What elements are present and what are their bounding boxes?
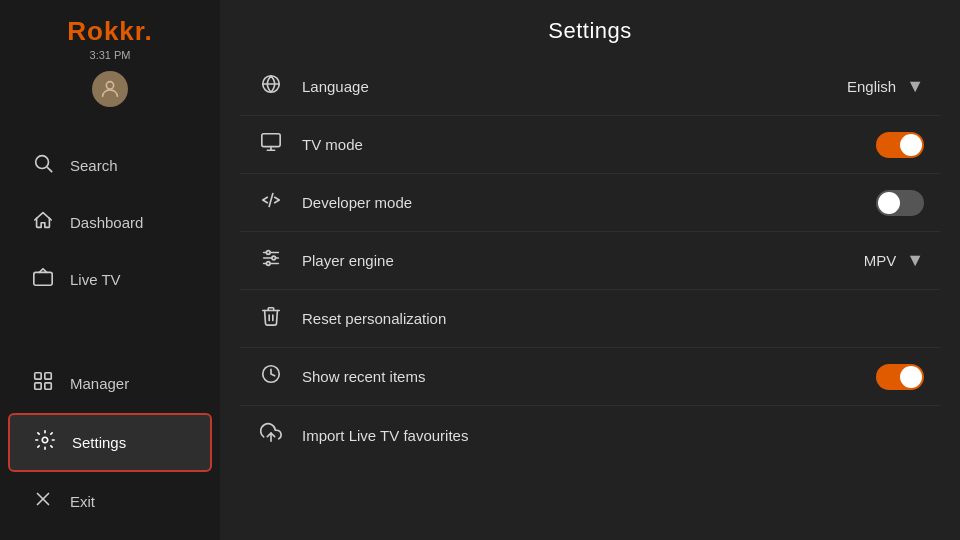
- home-icon: [32, 209, 54, 236]
- tvmode-toggle-knob: [900, 134, 922, 156]
- tvmode-label: TV mode: [302, 136, 876, 153]
- sidebar-logo: Rokkr.: [67, 16, 153, 47]
- svg-point-17: [266, 251, 270, 255]
- code-icon: [256, 189, 286, 216]
- sidebar-item-livetv[interactable]: Live TV: [8, 252, 212, 307]
- importlivetv-label: Import Live TV favourites: [302, 427, 924, 444]
- developermode-label: Developer mode: [302, 194, 876, 211]
- search-icon: [32, 152, 54, 179]
- tv-icon: [32, 266, 54, 293]
- sidebar-label-livetv: Live TV: [70, 271, 121, 288]
- svg-point-1: [36, 156, 49, 169]
- logo-dot: .: [145, 16, 153, 46]
- svg-rect-12: [262, 134, 280, 147]
- sidebar-label-settings: Settings: [72, 434, 126, 451]
- sidebar-item-search[interactable]: Search: [8, 138, 212, 193]
- sidebar-item-settings[interactable]: Settings: [8, 413, 212, 472]
- playerengine-label: Player engine: [302, 252, 864, 269]
- page-title: Settings: [220, 0, 960, 58]
- svg-point-8: [42, 437, 48, 443]
- showrecentitems-toggle-knob: [900, 366, 922, 388]
- developermode-toggle-knob: [878, 192, 900, 214]
- sidebar-item-manager[interactable]: Manager: [8, 356, 212, 411]
- sidebar-time: 3:31 PM: [90, 49, 131, 61]
- logo-text: Rokkr: [67, 16, 144, 46]
- svg-rect-6: [35, 383, 41, 389]
- settings-list: Language English ▼ TV mode: [220, 58, 960, 540]
- playerengine-value: MPV: [864, 252, 897, 269]
- settings-row-playerengine[interactable]: Player engine MPV ▼: [240, 232, 940, 290]
- language-value: English: [847, 78, 896, 95]
- exit-icon: [32, 488, 54, 515]
- sidebar-label-search: Search: [70, 157, 118, 174]
- sidebar: Rokkr. 3:31 PM Search: [0, 0, 220, 540]
- globe-icon: [256, 73, 286, 100]
- sidebar-item-dashboard[interactable]: Dashboard: [8, 195, 212, 250]
- language-label: Language: [302, 78, 847, 95]
- sliders-icon: [256, 247, 286, 274]
- svg-point-18: [272, 256, 276, 260]
- sidebar-label-exit: Exit: [70, 493, 95, 510]
- settings-row-tvmode[interactable]: TV mode: [240, 116, 940, 174]
- settings-row-showrecentitems[interactable]: Show recent items: [240, 348, 940, 406]
- trash-icon: [256, 305, 286, 332]
- svg-point-0: [106, 82, 113, 89]
- tvmode-toggle[interactable]: [876, 132, 924, 158]
- clock-icon: [256, 363, 286, 390]
- showrecentitems-toggle[interactable]: [876, 364, 924, 390]
- svg-rect-5: [45, 373, 51, 379]
- settings-row-developermode[interactable]: Developer mode: [240, 174, 940, 232]
- avatar: [92, 71, 128, 107]
- sidebar-label-manager: Manager: [70, 375, 129, 392]
- grid-icon: [32, 370, 54, 397]
- sidebar-label-dashboard: Dashboard: [70, 214, 143, 231]
- svg-rect-7: [45, 383, 51, 389]
- sidebar-header: Rokkr. 3:31 PM: [0, 16, 220, 127]
- sidebar-nav: Search Dashboard Live TV: [0, 127, 220, 540]
- svg-rect-3: [34, 272, 52, 285]
- settings-icon: [34, 429, 56, 456]
- monitor-icon: [256, 131, 286, 158]
- svg-rect-4: [35, 373, 41, 379]
- upload-icon: [256, 422, 286, 449]
- svg-point-19: [266, 262, 270, 266]
- settings-row-resetpersonalization[interactable]: Reset personalization: [240, 290, 940, 348]
- language-arrow: ▼: [906, 76, 924, 97]
- developermode-toggle[interactable]: [876, 190, 924, 216]
- svg-line-2: [47, 167, 52, 172]
- svg-line-13: [269, 194, 273, 207]
- main-content: Settings Language English ▼ TV mode: [220, 0, 960, 540]
- settings-row-importlivetv[interactable]: Import Live TV favourites: [240, 406, 940, 464]
- playerengine-arrow: ▼: [906, 250, 924, 271]
- settings-row-language[interactable]: Language English ▼: [240, 58, 940, 116]
- sidebar-item-exit[interactable]: Exit: [8, 474, 212, 529]
- showrecentitems-label: Show recent items: [302, 368, 876, 385]
- resetpersonalization-label: Reset personalization: [302, 310, 924, 327]
